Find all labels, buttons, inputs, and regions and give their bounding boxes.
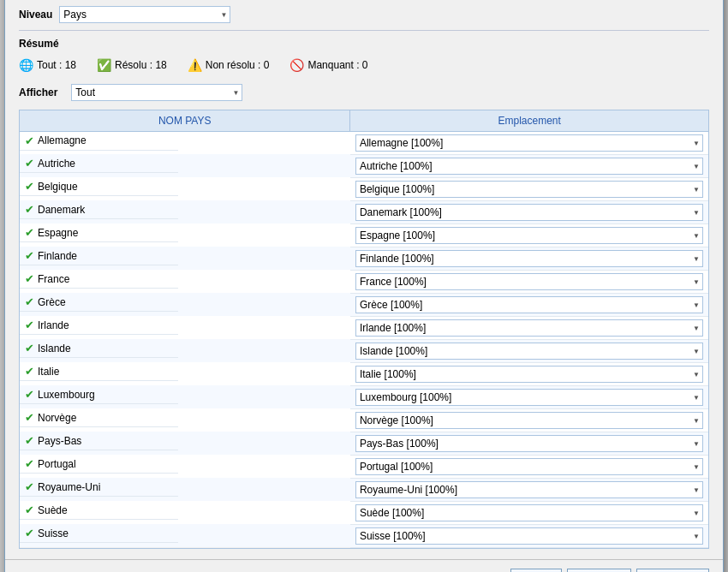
country-name-cell: ✔ Irlande — [20, 316, 178, 335]
table-row: ✔ Italie Italie [100%] — [20, 362, 708, 385]
location-select-wrapper[interactable]: Italie [100%] — [355, 366, 703, 383]
location-cell[interactable]: France [100%] — [350, 270, 708, 293]
location-select-wrapper[interactable]: Norvège [100%] — [355, 412, 703, 429]
annuler-button[interactable]: Annuler — [567, 569, 631, 573]
ok-button[interactable]: OK — [510, 569, 562, 573]
location-select-wrapper[interactable]: Espagne [100%] — [355, 227, 703, 244]
location-select[interactable]: Suède [100%] — [355, 504, 703, 521]
location-select-wrapper[interactable]: Islande [100%] — [355, 343, 703, 360]
location-cell[interactable]: Norvège [100%] — [350, 408, 708, 432]
table-row: ✔ Pays-Bas Pays-Bas [100%] — [20, 432, 708, 455]
location-select[interactable]: Irlande [100%] — [355, 319, 703, 337]
location-select[interactable]: Luxembourg [100%] — [355, 389, 703, 406]
location-select-wrapper[interactable]: Danemark [100%] — [355, 204, 703, 221]
location-select-wrapper[interactable]: Allemagne [100%] — [355, 134, 703, 152]
location-select-wrapper[interactable]: Pays-Bas [100%] — [355, 435, 703, 452]
location-cell[interactable]: Suède [100%] — [350, 501, 708, 524]
location-select[interactable]: Belgique [100%] — [355, 181, 703, 198]
col-nom-pays: NOM PAYS — [20, 110, 350, 132]
check-icon: ✔ — [25, 157, 34, 170]
country-name: Belgique — [38, 181, 78, 193]
location-select-wrapper[interactable]: Autriche [100%] — [355, 158, 703, 175]
location-select[interactable]: Espagne [100%] — [355, 227, 703, 244]
appliquer-button[interactable]: Appliquer — [636, 569, 709, 573]
non-resolu-label: Non résolu : 0 — [206, 59, 270, 71]
location-cell[interactable]: Portugal [100%] — [350, 455, 708, 478]
location-select-wrapper[interactable]: Finlande [100%] — [355, 250, 703, 267]
country-name: Pays-Bas — [38, 435, 81, 447]
location-select[interactable]: Finlande [100%] — [355, 250, 703, 267]
country-name: Danemark — [38, 204, 85, 216]
location-select[interactable]: Islande [100%] — [355, 343, 703, 360]
location-select-wrapper[interactable]: Grèce [100%] — [355, 296, 703, 313]
location-cell[interactable]: Royaume-Uni [100%] — [350, 478, 708, 501]
location-cell[interactable]: Autriche [100%] — [350, 154, 708, 177]
niveau-select-wrapper[interactable]: Pays — [59, 6, 230, 23]
location-cell[interactable]: Belgique [100%] — [350, 177, 708, 200]
location-cell[interactable]: Islande [100%] — [350, 339, 708, 362]
check-icon: ✔ — [25, 272, 34, 285]
location-cell[interactable]: Danemark [100%] — [350, 200, 708, 223]
location-select-wrapper[interactable]: Suisse [100%] — [355, 527, 703, 545]
location-select[interactable]: France [100%] — [355, 273, 703, 290]
resume-title: Résumé — [19, 38, 709, 50]
col-emplacement: Emplacement — [350, 110, 708, 132]
location-cell[interactable]: Grèce [100%] — [350, 293, 708, 316]
country-name: Luxembourg — [38, 389, 95, 401]
error-icon: 🚫 — [289, 58, 304, 72]
check-icon: ✔ — [25, 226, 34, 239]
location-cell[interactable]: Irlande [100%] — [350, 316, 708, 339]
summary-resolu: ✅ Résolu : 18 — [97, 58, 167, 72]
check-icon: ✔ — [25, 319, 34, 331]
location-cell[interactable]: Suisse [100%] — [350, 524, 708, 547]
location-select-wrapper[interactable]: Luxembourg [100%] — [355, 389, 703, 406]
summary-tout: 🌐 Tout : 18 — [19, 58, 76, 72]
location-cell[interactable]: Allemagne [100%] — [350, 131, 708, 154]
country-name-cell: ✔ Royaume-Uni — [20, 478, 178, 497]
location-select-wrapper[interactable]: Irlande [100%] — [355, 319, 703, 337]
niveau-select[interactable]: Pays — [59, 6, 230, 23]
location-select-wrapper[interactable]: Portugal [100%] — [355, 458, 703, 475]
location-select[interactable]: Suisse [100%] — [355, 527, 703, 545]
check-icon: ✔ — [25, 134, 34, 147]
location-select[interactable]: Allemagne [100%] — [355, 134, 703, 152]
afficher-select[interactable]: Tout — [71, 84, 242, 101]
modify-geography-dialog: Modifier la géographie ? ✕ Niveau Pays R… — [4, 0, 724, 572]
location-select[interactable]: Portugal [100%] — [355, 458, 703, 475]
location-select[interactable]: Danemark [100%] — [355, 204, 703, 221]
location-cell[interactable]: Espagne [100%] — [350, 223, 708, 247]
location-select[interactable]: Royaume-Uni [100%] — [355, 481, 703, 498]
country-name-cell: ✔ Italie — [20, 362, 178, 381]
location-select[interactable]: Autriche [100%] — [355, 158, 703, 175]
location-cell[interactable]: Finlande [100%] — [350, 247, 708, 270]
table-row: ✔ Irlande Irlande [100%] — [20, 316, 708, 339]
table-row: ✔ Allemagne Allemagne [100%] — [20, 131, 708, 154]
country-name: Finlande — [38, 250, 77, 262]
location-cell[interactable]: Italie [100%] — [350, 362, 708, 385]
check-icon: ✔ — [25, 365, 34, 378]
data-table: NOM PAYS Emplacement ✔ Allemagne Allemag… — [20, 110, 708, 548]
table-row: ✔ Portugal Portugal [100%] — [20, 455, 708, 478]
location-select[interactable]: Pays-Bas [100%] — [355, 435, 703, 452]
check-icon: ✔ — [25, 388, 34, 401]
resolu-label: Résolu : 18 — [115, 59, 167, 71]
summary-row: 🌐 Tout : 18 ✅ Résolu : 18 ⚠️ Non résolu … — [19, 55, 709, 75]
location-cell[interactable]: Pays-Bas [100%] — [350, 432, 708, 455]
summary-manquant: 🚫 Manquant : 0 — [289, 58, 367, 72]
afficher-select-wrapper[interactable]: Tout — [71, 84, 242, 101]
location-cell[interactable]: Luxembourg [100%] — [350, 385, 708, 408]
check-icon: ✔ — [25, 480, 34, 493]
check-icon: ✔ — [25, 203, 34, 216]
location-select-wrapper[interactable]: Belgique [100%] — [355, 181, 703, 198]
location-select[interactable]: Grèce [100%] — [355, 296, 703, 313]
country-name: Italie — [38, 366, 59, 378]
table-body: ✔ Allemagne Allemagne [100%] ✔ Autriche … — [20, 131, 708, 547]
location-select[interactable]: Italie [100%] — [355, 366, 703, 383]
location-select[interactable]: Norvège [100%] — [355, 412, 703, 429]
check-icon: ✔ — [25, 249, 34, 262]
location-select-wrapper[interactable]: France [100%] — [355, 273, 703, 290]
table-row: ✔ Islande Islande [100%] — [20, 339, 708, 362]
location-select-wrapper[interactable]: Royaume-Uni [100%] — [355, 481, 703, 498]
check-icon: ✅ — [97, 58, 111, 72]
location-select-wrapper[interactable]: Suède [100%] — [355, 504, 703, 521]
